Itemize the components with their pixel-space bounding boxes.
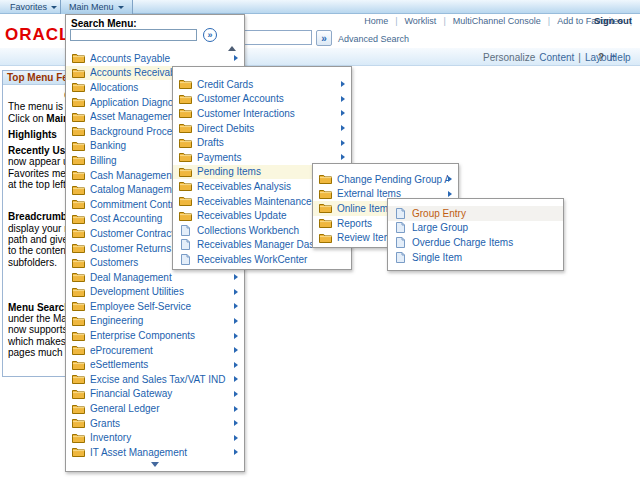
help-question-icon: ? (598, 52, 604, 63)
menu-item-label: eProcurement (90, 345, 234, 356)
global-search-go-button[interactable]: » (316, 30, 332, 46)
menu-item[interactable]: Change Pending Group Action (313, 172, 458, 187)
page-icon (393, 222, 407, 233)
menu-item[interactable]: Development Utilities (66, 285, 244, 300)
menu-item[interactable]: Employee Self-Service (66, 299, 244, 314)
folder-icon (71, 170, 85, 180)
menu-item-label: Employee Self-Service (90, 301, 234, 312)
folder-icon (71, 316, 85, 326)
menu-item-label: Engineering (90, 315, 234, 326)
menu-item[interactable]: Customer Accounts (173, 92, 351, 107)
scroll-down-icon[interactable] (151, 462, 159, 467)
main-menu-tab-label: Main Menu (69, 2, 114, 12)
submenu-arrow-icon (234, 376, 238, 382)
chevron-down-icon (51, 6, 57, 9)
menu-item[interactable]: Accounts Payable (66, 51, 244, 66)
folder-icon (318, 189, 332, 199)
menu-item[interactable]: Enterprise Components (66, 328, 244, 343)
menu-item[interactable]: Customer Interactions (173, 106, 351, 121)
folder-icon (178, 196, 192, 206)
menu-item[interactable]: Excise and Sales Tax/VAT IND (66, 372, 244, 387)
menu-item[interactable]: Financial Gateway (66, 387, 244, 402)
menu-item[interactable]: Large Group (388, 221, 563, 236)
menu-item[interactable]: Overdue Charge Items (388, 235, 563, 250)
header-link[interactable]: MultiChannel Console (453, 16, 541, 26)
submenu-arrow-icon (234, 333, 238, 339)
folder-icon (71, 82, 85, 92)
menu-item-label: Customer Interactions (197, 108, 341, 119)
folder-icon (71, 141, 85, 151)
peoplesoft-screen: Favorites Main Menu ORACLE Home | Workli… (0, 0, 640, 480)
double-chevron-icon: » (321, 33, 327, 44)
menu-item[interactable]: eSettlements (66, 357, 244, 372)
menu-item-label: Inventory (90, 432, 234, 443)
menu-item[interactable]: General Ledger (66, 401, 244, 416)
submenu-arrow-icon (234, 420, 238, 426)
folder-icon (71, 199, 85, 209)
menu-item-label: Single Item (412, 252, 557, 263)
folder-icon (71, 68, 85, 78)
menu-item-label: IT Asset Management (90, 447, 234, 458)
menu-item[interactable]: Receivables WorkCenter (173, 252, 351, 267)
personalize-content-link[interactable]: Content (539, 52, 574, 63)
folder-icon (178, 108, 192, 118)
menu-item[interactable]: Deal Management (66, 270, 244, 285)
folder-icon (71, 243, 85, 253)
header-link[interactable]: Worklist (405, 16, 437, 26)
folder-icon (71, 155, 85, 165)
separator: | (578, 52, 581, 63)
menu-item-label: Enterprise Components (90, 330, 234, 341)
submenu-arrow-icon (341, 81, 345, 87)
link-separator: | (548, 16, 550, 26)
menu-item[interactable]: Engineering (66, 314, 244, 329)
menu-item[interactable]: Inventory (66, 430, 244, 445)
folder-icon (318, 174, 332, 184)
top-menu-bar: Favorites Main Menu (0, 0, 640, 14)
menu-item[interactable]: IT Asset Management (66, 445, 244, 460)
folder-icon (71, 447, 85, 457)
online-items-submenu: Group Entry Large Group Overdue Charge I… (387, 198, 564, 271)
chevron-down-icon (118, 6, 124, 9)
advanced-search-link[interactable]: Advanced Search (338, 34, 409, 44)
folder-icon (71, 287, 85, 297)
page-icon (178, 254, 192, 265)
favorites-tab-label: Favorites (10, 2, 47, 12)
menu-search-go-button[interactable]: » (203, 28, 217, 42)
menu-item[interactable]: Direct Debits (173, 121, 351, 136)
menu-item-label: Customer Accounts (197, 93, 341, 104)
folder-icon (178, 167, 192, 177)
folder-icon (318, 203, 332, 213)
folder-icon (178, 211, 192, 221)
personalize-controls: Personalize Content | Layout (483, 52, 615, 63)
folder-icon (71, 53, 85, 63)
menu-item[interactable]: Credit Cards (173, 77, 351, 92)
submenu-arrow-icon (234, 406, 238, 412)
menu-item[interactable]: Single Item (388, 250, 563, 265)
menu-item-label: Financial Gateway (90, 388, 234, 399)
menu-item-label: Receivables WorkCenter (197, 254, 345, 265)
menu-search-input[interactable] (70, 29, 197, 41)
menu-item[interactable]: Drafts (173, 135, 351, 150)
folder-icon (178, 181, 192, 191)
submenu-arrow-icon (234, 303, 238, 309)
header-link[interactable]: Home (364, 16, 388, 26)
menu-item-label: Direct Debits (197, 123, 341, 134)
menu-item[interactable]: Grants (66, 416, 244, 431)
favorites-tab[interactable]: Favorites (2, 0, 65, 14)
folder-icon (178, 94, 192, 104)
menu-item[interactable]: eProcurement (66, 343, 244, 358)
menu-item[interactable]: Group Entry (388, 206, 563, 221)
link-separator: | (395, 16, 397, 26)
main-menu-tab[interactable]: Main Menu (60, 0, 133, 14)
folder-icon (71, 272, 85, 282)
menu-item-label: Large Group (412, 222, 557, 233)
submenu-arrow-icon (234, 391, 238, 397)
folder-icon (71, 301, 85, 311)
sign-out-link[interactable]: Sign out (594, 15, 632, 26)
folder-icon (71, 126, 85, 136)
menu-item-label: Deal Management (90, 272, 234, 283)
folder-icon (178, 138, 192, 148)
help-link[interactable]: Help (610, 52, 631, 63)
folder-icon (71, 185, 85, 195)
page-icon (178, 239, 192, 250)
